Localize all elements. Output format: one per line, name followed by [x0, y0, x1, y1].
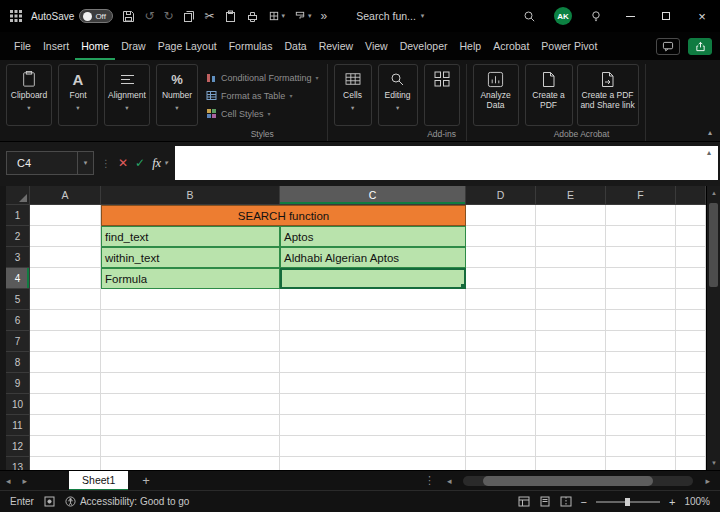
- cell-A8[interactable]: [30, 352, 101, 373]
- row-header-8[interactable]: 8: [6, 352, 30, 373]
- confirm-entry-button[interactable]: ✓: [135, 156, 145, 170]
- column-header-overflow[interactable]: [676, 186, 706, 205]
- cell-D11[interactable]: [466, 415, 536, 436]
- cell-B12[interactable]: [101, 436, 280, 457]
- row-header-6[interactable]: 6: [6, 310, 30, 331]
- conditional-formatting-button[interactable]: Conditional Formatting ▾: [204, 69, 321, 86]
- cell-C8[interactable]: [280, 352, 466, 373]
- sheet-nav-left-icon[interactable]: ◂: [0, 476, 17, 486]
- cell-A6[interactable]: [30, 310, 101, 331]
- page-layout-view-icon[interactable]: [539, 496, 551, 507]
- cell-B8[interactable]: [101, 352, 280, 373]
- cell-D7[interactable]: [466, 331, 536, 352]
- zoom-slider[interactable]: [596, 501, 660, 503]
- maximize-button[interactable]: [648, 0, 684, 32]
- app-launcher-icon[interactable]: [10, 10, 22, 22]
- cell-E1[interactable]: [536, 205, 606, 226]
- cell-x13[interactable]: [676, 457, 706, 470]
- cell-C7[interactable]: [280, 331, 466, 352]
- cell-E13[interactable]: [536, 457, 606, 470]
- column-header-A[interactable]: A: [30, 186, 101, 205]
- autosave-toggle[interactable]: Off: [79, 9, 113, 23]
- cell-F2[interactable]: [606, 226, 676, 247]
- row-header-13[interactable]: 13: [6, 457, 30, 470]
- borders-button[interactable]: ▾: [268, 10, 286, 22]
- scroll-left-icon[interactable]: ◂: [441, 476, 458, 486]
- editing-group-button[interactable]: Editing ▾: [378, 64, 418, 126]
- menu-file[interactable]: File: [8, 32, 37, 60]
- cell-A1[interactable]: [30, 205, 101, 226]
- formula-bar-handle[interactable]: ⋮: [101, 158, 111, 169]
- cell-C5[interactable]: [280, 289, 466, 310]
- avatar[interactable]: AK: [554, 7, 572, 25]
- cell-C11[interactable]: [280, 415, 466, 436]
- format-as-table-button[interactable]: Format as Table ▾: [204, 87, 294, 104]
- close-button[interactable]: ×: [684, 0, 720, 32]
- cell-D13[interactable]: [466, 457, 536, 470]
- cell-C9[interactable]: [280, 373, 466, 394]
- row-header-1[interactable]: 1: [6, 205, 30, 226]
- lightbulb-icon[interactable]: [590, 10, 602, 23]
- normal-view-icon[interactable]: [518, 496, 530, 507]
- search-icon[interactable]: [523, 10, 536, 23]
- row-header-3[interactable]: 3: [6, 247, 30, 268]
- cell-E2[interactable]: [536, 226, 606, 247]
- cell-E4[interactable]: [536, 268, 606, 289]
- cell-F13[interactable]: [606, 457, 676, 470]
- cell-x12[interactable]: [676, 436, 706, 457]
- menu-formulas[interactable]: Formulas: [223, 32, 279, 60]
- cell-B2[interactable]: find_text: [101, 226, 280, 247]
- column-header-E[interactable]: E: [536, 186, 606, 205]
- cell-x2[interactable]: [676, 226, 706, 247]
- cell-D10[interactable]: [466, 394, 536, 415]
- menu-developer[interactable]: Developer: [394, 32, 454, 60]
- row-header-10[interactable]: 10: [6, 394, 30, 415]
- horizontal-scrollbar[interactable]: ⋮ ◂ ▸: [424, 474, 720, 487]
- cell-F9[interactable]: [606, 373, 676, 394]
- cell-E12[interactable]: [536, 436, 606, 457]
- vertical-scrollbar[interactable]: ▲ ▼: [706, 186, 720, 470]
- create-pdf-button[interactable]: Create a PDF: [525, 64, 573, 126]
- search-box[interactable]: Search fun... ▾: [356, 10, 424, 22]
- insert-function-button[interactable]: fx ▾: [152, 156, 168, 171]
- row-header-12[interactable]: 12: [6, 436, 30, 457]
- cell-B11[interactable]: [101, 415, 280, 436]
- cell-A2[interactable]: [30, 226, 101, 247]
- zoom-in-button[interactable]: +: [669, 496, 675, 508]
- cell-D4[interactable]: [466, 268, 536, 289]
- collapse-formula-bar-icon[interactable]: ▴: [707, 148, 711, 157]
- cell-x11[interactable]: [676, 415, 706, 436]
- cell-x6[interactable]: [676, 310, 706, 331]
- cell-A11[interactable]: [30, 415, 101, 436]
- zoom-slider-thumb[interactable]: [625, 498, 630, 506]
- cell-x10[interactable]: [676, 394, 706, 415]
- menu-home[interactable]: Home: [75, 32, 115, 60]
- scroll-right-icon[interactable]: ▸: [699, 476, 716, 486]
- row-header-9[interactable]: 9: [6, 373, 30, 394]
- clipboard-group-button[interactable]: Clipboard ▾: [6, 64, 52, 126]
- menu-view[interactable]: View: [359, 32, 394, 60]
- menu-data[interactable]: Data: [278, 32, 312, 60]
- cell-A12[interactable]: [30, 436, 101, 457]
- collapse-ribbon-button[interactable]: ▴: [708, 128, 712, 137]
- cells-group-button[interactable]: Cells ▾: [334, 64, 372, 126]
- cell-B6[interactable]: [101, 310, 280, 331]
- row-header-2[interactable]: 2: [6, 226, 30, 247]
- cell-B7[interactable]: [101, 331, 280, 352]
- cell-B13[interactable]: [101, 457, 280, 470]
- menu-insert[interactable]: Insert: [37, 32, 75, 60]
- scroll-down-icon[interactable]: ▼: [707, 456, 720, 470]
- cell-C6[interactable]: [280, 310, 466, 331]
- row-header-4[interactable]: 4: [6, 268, 30, 289]
- addins-button[interactable]: [424, 64, 460, 126]
- font-group-button[interactable]: A Font ▾: [58, 64, 98, 126]
- tab-options-icon[interactable]: ⋮: [424, 474, 435, 487]
- cell-E6[interactable]: [536, 310, 606, 331]
- new-sheet-button[interactable]: +: [142, 473, 150, 488]
- number-group-button[interactable]: % Number ▾: [156, 64, 198, 126]
- cell-D12[interactable]: [466, 436, 536, 457]
- cell-D3[interactable]: [466, 247, 536, 268]
- autosave-control[interactable]: AutoSave Off: [31, 9, 113, 23]
- select-all-button[interactable]: [6, 186, 30, 205]
- cell-E10[interactable]: [536, 394, 606, 415]
